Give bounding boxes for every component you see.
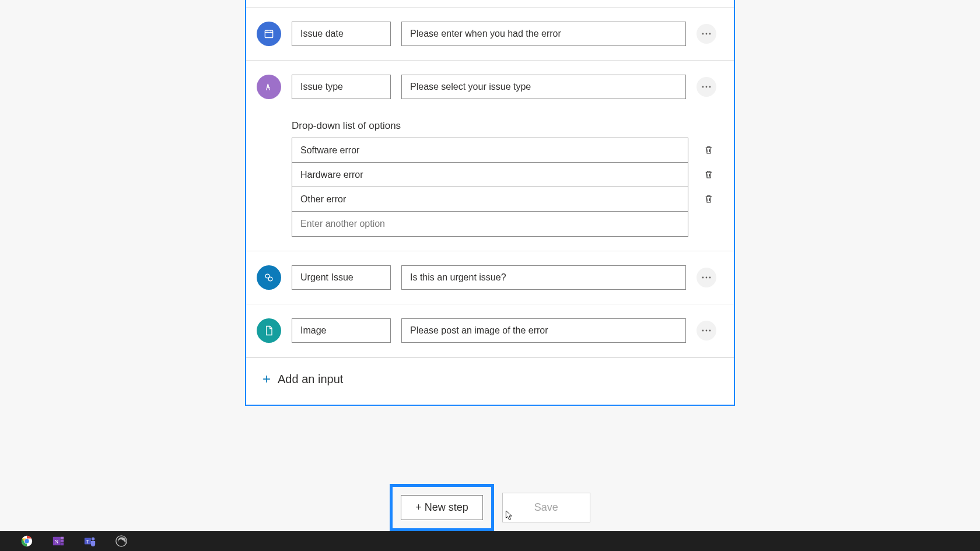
more-button[interactable]: [696, 77, 716, 97]
svg-point-10: [709, 86, 711, 88]
svg-point-18: [709, 330, 711, 332]
save-button[interactable]: Save: [502, 493, 590, 522]
svg-point-15: [709, 277, 711, 279]
file-icon: [257, 318, 281, 343]
svg-point-14: [706, 277, 708, 279]
tutorial-highlight: + New step: [390, 484, 494, 531]
svg-point-7: [709, 33, 711, 35]
svg-text:T: T: [86, 539, 90, 545]
svg-point-16: [702, 330, 704, 332]
svg-point-8: [702, 86, 704, 88]
dropdown-title: Drop-down list of options: [292, 120, 716, 132]
calendar-icon: [257, 22, 281, 46]
svg-text:N: N: [55, 539, 59, 545]
svg-point-20: [24, 539, 29, 543]
flow-actions: + New step Save: [0, 484, 980, 531]
text-icon: [257, 75, 281, 99]
onenote-icon[interactable]: N: [50, 533, 66, 549]
delete-option-button[interactable]: [696, 187, 721, 211]
dropdown-section: Drop-down list of options Software error…: [292, 120, 716, 237]
dropdown-list: Software error Hardware error Other erro…: [292, 138, 688, 237]
trigger-card: Email Please enter your work e-mail addr…: [245, 0, 735, 406]
delete-option-button[interactable]: [696, 162, 721, 187]
dropdown-option[interactable]: Software error: [292, 138, 688, 163]
more-button[interactable]: [696, 268, 716, 287]
chrome-icon[interactable]: [19, 533, 35, 549]
input-name-type[interactable]: Issue type: [292, 75, 391, 99]
svg-point-13: [702, 277, 704, 279]
svg-rect-22: [61, 537, 64, 540]
new-step-button[interactable]: + New step: [401, 495, 483, 520]
input-desc-urgent[interactable]: Is this an urgent issue?: [401, 265, 686, 290]
input-row-type: Issue type Please select your issue type…: [246, 61, 734, 251]
taskbar: N T: [0, 531, 980, 551]
input-row-image: Image Please post an image of the error: [246, 304, 734, 357]
input-desc-image[interactable]: Please post an image of the error: [401, 318, 686, 343]
input-row-urgent: Urgent Issue Is this an urgent issue?: [246, 251, 734, 304]
more-button[interactable]: [696, 24, 716, 44]
svg-point-6: [706, 33, 708, 35]
svg-point-5: [702, 33, 704, 35]
svg-point-27: [92, 538, 95, 541]
delete-option-button[interactable]: [696, 138, 721, 162]
svg-rect-23: [61, 540, 64, 543]
svg-rect-4: [265, 30, 272, 37]
input-name-urgent[interactable]: Urgent Issue: [292, 265, 391, 290]
input-name-date[interactable]: Issue date: [292, 22, 391, 46]
dropdown-option[interactable]: Hardware error: [292, 163, 688, 187]
svg-rect-24: [61, 543, 64, 546]
svg-point-9: [706, 86, 708, 88]
input-row-date: Issue date Please enter when you had the…: [246, 8, 734, 61]
dropdown-option[interactable]: Other error: [292, 187, 688, 212]
obs-icon[interactable]: [113, 533, 130, 549]
teams-icon[interactable]: T: [82, 533, 98, 549]
add-input-label: Add an input: [278, 373, 343, 386]
plus-icon: +: [262, 371, 271, 387]
dropdown-add-option[interactable]: Enter another option: [292, 212, 688, 236]
input-desc-date[interactable]: Please enter when you had the error: [401, 22, 686, 46]
add-input-button[interactable]: + Add an input: [262, 371, 734, 387]
more-button[interactable]: [696, 321, 716, 341]
svg-point-17: [706, 330, 708, 332]
input-desc-type[interactable]: Please select your issue type: [401, 75, 686, 99]
toggle-icon: [257, 265, 281, 290]
svg-point-12: [268, 277, 272, 281]
input-name-image[interactable]: Image: [292, 318, 391, 343]
input-row-email: Email Please enter your work e-mail addr…: [246, 0, 734, 8]
